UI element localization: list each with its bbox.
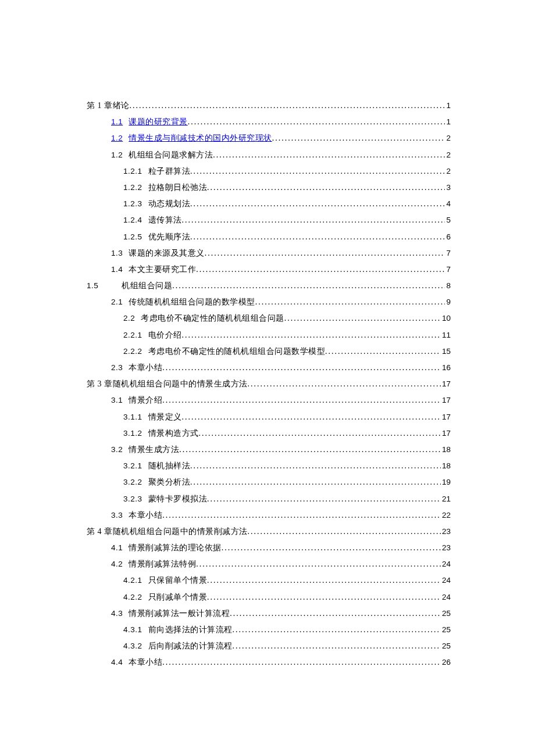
- toc-leader-dots: [172, 282, 445, 290]
- toc-entry[interactable]: 1.2情景生成与削减技术的国内外研究现状 2: [87, 134, 451, 142]
- toc-entry-title: 电价介绍: [148, 331, 182, 339]
- toc-entry-page: 4: [445, 200, 451, 208]
- toc-entry-label: 2.2.1电价介绍: [123, 331, 182, 339]
- toc-entry-number: 3.2.2: [123, 478, 142, 486]
- toc-entry-label: 1.2.3动态规划法: [123, 200, 190, 208]
- toc-entry: 4.1情景削减算法的理论依据 23: [87, 544, 451, 552]
- toc-entry: 第 3 章随机机组组合问题中的情景生成方法 17: [87, 380, 451, 388]
- toc-leader-dots: [190, 200, 445, 208]
- toc-entry-label: 4.2情景削减算法特例: [111, 560, 196, 568]
- toc-entry-page: 24: [441, 576, 451, 585]
- toc-entry-title: 粒子群算法: [148, 167, 191, 175]
- toc-entry-title: 情景构造方式: [148, 429, 199, 438]
- toc-entry-page: 2: [445, 134, 451, 142]
- toc-entry-label: 4.4本章小结: [111, 658, 162, 667]
- toc-entry-page: 2: [445, 151, 451, 159]
- toc-entry: 3.2.1随机抽样法 18: [87, 462, 451, 470]
- toc-entry-number: 1.2.5: [123, 233, 142, 241]
- toc-entry-title: 考虑电价不确定性的随机机组组合问题数学模型: [148, 347, 326, 356]
- toc-entry-title: 绪论: [113, 101, 130, 110]
- toc-entry-title: 本章小结: [129, 363, 162, 372]
- toc-leader-dots: [190, 167, 445, 175]
- toc-entry-label: 第 3 章随机机组组合问题中的情景生成方法: [87, 380, 248, 388]
- toc-entry: 2.2考虑电价不确定性的随机机组组合问题 10: [87, 314, 451, 323]
- toc-entry-number: 4.2.2: [123, 593, 142, 601]
- toc-entry-page: 25: [441, 610, 451, 618]
- toc-entry-title: 优先顺序法: [148, 232, 191, 241]
- toc-entry-number: 1.5: [87, 282, 98, 290]
- toc-entry: 2.1传统随机机组组合问题的数学模型 9: [87, 298, 451, 306]
- toc-entry-title: 随机机组组合问题中的情景生成方法: [113, 379, 248, 388]
- toc-entry-title: 只保留单个情景: [148, 576, 208, 585]
- toc-leader-dots: [284, 314, 441, 323]
- toc-entry-number: 第 3 章: [87, 379, 113, 388]
- toc-entry-page: 17: [441, 380, 451, 388]
- toc-entry-number: 2.3: [111, 364, 123, 372]
- toc-entry-label: 3.1.2情景构造方式: [123, 429, 199, 438]
- toc-entry-page: 24: [441, 593, 451, 601]
- toc-leader-dots: [196, 560, 441, 568]
- toc-entry-page: 22: [441, 511, 451, 519]
- toc-entry-title: 只削减单个情景: [148, 593, 208, 601]
- toc-entry-page: 8: [445, 282, 451, 290]
- toc-entry-label: 1.1课题的研究背景: [111, 118, 188, 126]
- toc-entry-title: 拉格朗日松弛法: [148, 183, 208, 192]
- toc-entry-title: 传统随机机组组合问题的数学模型: [129, 298, 255, 306]
- toc-entry-number: 3.1.2: [123, 429, 142, 438]
- toc-entry-page: 15: [441, 347, 451, 356]
- toc-leader-dots: [213, 151, 445, 159]
- toc-entry-title: 情景生成方法: [129, 445, 179, 454]
- toc-entry-page: 23: [441, 528, 451, 536]
- toc-entry-number: 1.4: [111, 266, 123, 274]
- toc-entry-page: 16: [441, 364, 451, 372]
- toc-entry-label: 1.5机组组合问题: [87, 282, 172, 290]
- toc-leader-dots: [325, 347, 441, 356]
- toc-entry-title: 本章小结: [129, 511, 162, 519]
- toc-entry-number: 4.4: [111, 658, 123, 667]
- toc-entry: 第 1 章绪论 1: [87, 102, 451, 110]
- toc-entry-page: 18: [441, 446, 451, 454]
- toc-entry-page: 9: [445, 298, 451, 306]
- toc-entry-number: 1.2.1: [123, 167, 142, 175]
- toc-entry-number: 4.3.2: [123, 642, 142, 650]
- toc-entry-label: 1.4本文主要研究工作: [111, 266, 196, 274]
- toc-entry-page: 7: [445, 266, 451, 274]
- toc-entry-label: 4.3情景削减算法一般计算流程: [111, 610, 230, 618]
- toc-entry-label: 2.2考虑电价不确定性的随机机组组合问题: [123, 314, 284, 323]
- toc-leader-dots: [207, 495, 441, 503]
- toc-entry: 3.1情景介绍 17: [87, 396, 451, 404]
- toc-entry-title: 课题的研究背景: [129, 117, 188, 126]
- toc-entry: 2.2.1电价介绍 11: [87, 331, 451, 339]
- toc-leader-dots: [179, 446, 441, 454]
- toc-entry-number: 第 4 章: [87, 527, 113, 536]
- toc-leader-dots: [190, 462, 441, 470]
- toc-leader-dots: [190, 233, 445, 241]
- toc-entry-number: 3.2: [111, 446, 123, 454]
- toc-entry: 2.2.2考虑电价不确定性的随机机组组合问题数学模型 15: [87, 347, 451, 356]
- toc-entry[interactable]: 1.1课题的研究背景 1: [87, 118, 451, 126]
- toc-entry-number: 3.3: [111, 511, 123, 519]
- toc-entry-page: 5: [445, 216, 451, 224]
- toc-entry-number: 2.2: [123, 314, 135, 323]
- toc-entry-label: 4.2.1只保留单个情景: [123, 576, 207, 585]
- toc-entry-label: 2.3本章小结: [111, 364, 162, 372]
- toc-entry-title: 后向削减法的计算流程: [148, 642, 233, 650]
- toc-entry-number: 3.1.1: [123, 413, 142, 421]
- toc-entry-page: 24: [441, 560, 451, 568]
- toc-entry-number: 1.2: [111, 151, 123, 159]
- toc-entry-page: 7: [445, 249, 451, 257]
- toc-entry-number: 2.2.2: [123, 347, 142, 356]
- toc-entry-label: 3.2.1随机抽样法: [123, 462, 190, 470]
- toc-entry-label: 1.3课题的来源及其意义: [111, 249, 205, 257]
- toc-entry-number: 1.2: [111, 134, 123, 142]
- toc-leader-dots: [162, 511, 441, 519]
- toc-entry-page: 26: [441, 658, 451, 667]
- toc-entry-title: 本文主要研究工作: [129, 265, 196, 274]
- toc-entry: 1.2.3动态规划法 4: [87, 200, 451, 208]
- toc-entry: 3.2.3蒙特卡罗模拟法 21: [87, 495, 451, 503]
- toc-entry-label: 3.3本章小结: [111, 511, 162, 519]
- toc-entry-title: 聚类分析法: [148, 478, 191, 486]
- toc-leader-dots: [255, 298, 445, 306]
- toc-entry-label: 1.2.4遗传算法: [123, 216, 182, 224]
- toc-entry-number: 1.2.2: [123, 184, 142, 192]
